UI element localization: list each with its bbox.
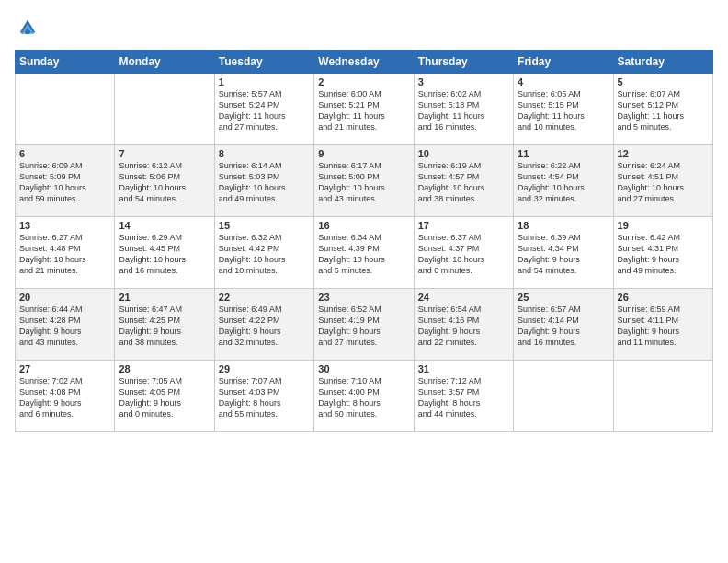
calendar-cell: 27Sunrise: 7:02 AM Sunset: 4:08 PM Dayli… xyxy=(16,361,115,432)
calendar-cell: 28Sunrise: 7:05 AM Sunset: 4:05 PM Dayli… xyxy=(115,361,214,432)
weekday-header-saturday: Saturday xyxy=(613,51,712,74)
calendar-cell: 3Sunrise: 6:02 AM Sunset: 5:18 PM Daylig… xyxy=(414,74,513,145)
day-number: 25 xyxy=(518,292,609,303)
day-number: 8 xyxy=(219,148,310,159)
day-number: 18 xyxy=(518,220,609,231)
day-number: 7 xyxy=(119,148,210,159)
weekday-header-sunday: Sunday xyxy=(16,51,115,74)
day-number: 4 xyxy=(518,76,609,87)
day-number: 24 xyxy=(418,292,509,303)
calendar-cell: 1Sunrise: 5:57 AM Sunset: 5:24 PM Daylig… xyxy=(214,74,313,145)
calendar-cell: 21Sunrise: 6:47 AM Sunset: 4:25 PM Dayli… xyxy=(115,289,214,361)
calendar-cell: 2Sunrise: 6:00 AM Sunset: 5:21 PM Daylig… xyxy=(314,74,414,145)
day-info: Sunrise: 6:05 AM Sunset: 5:15 PM Dayligh… xyxy=(518,88,609,133)
day-number: 10 xyxy=(418,148,509,159)
day-number: 15 xyxy=(219,220,310,231)
day-number: 30 xyxy=(318,363,409,374)
day-number: 3 xyxy=(418,76,509,87)
calendar-header-row: SundayMondayTuesdayWednesdayThursdayFrid… xyxy=(16,51,713,74)
day-number: 31 xyxy=(418,363,509,374)
weekday-header-friday: Friday xyxy=(514,51,613,74)
day-info: Sunrise: 6:02 AM Sunset: 5:18 PM Dayligh… xyxy=(418,88,509,133)
calendar-cell: 25Sunrise: 6:57 AM Sunset: 4:14 PM Dayli… xyxy=(514,289,613,361)
day-info: Sunrise: 6:19 AM Sunset: 4:57 PM Dayligh… xyxy=(418,160,509,205)
calendar-cell xyxy=(16,74,115,145)
day-info: Sunrise: 6:22 AM Sunset: 4:54 PM Dayligh… xyxy=(518,160,609,205)
weekday-header-tuesday: Tuesday xyxy=(214,51,313,74)
day-number: 13 xyxy=(19,220,110,231)
calendar-cell: 5Sunrise: 6:07 AM Sunset: 5:12 PM Daylig… xyxy=(613,74,712,145)
day-info: Sunrise: 6:17 AM Sunset: 5:00 PM Dayligh… xyxy=(318,160,409,205)
day-info: Sunrise: 6:57 AM Sunset: 4:14 PM Dayligh… xyxy=(518,304,609,349)
logo xyxy=(15,15,44,40)
day-number: 17 xyxy=(418,220,509,231)
calendar-cell: 10Sunrise: 6:19 AM Sunset: 4:57 PM Dayli… xyxy=(414,145,513,217)
page-header xyxy=(15,15,713,40)
calendar-cell: 6Sunrise: 6:09 AM Sunset: 5:09 PM Daylig… xyxy=(16,145,115,217)
day-number: 12 xyxy=(618,148,709,159)
day-number: 2 xyxy=(318,76,409,87)
day-number: 9 xyxy=(318,148,409,159)
day-number: 5 xyxy=(618,76,709,87)
calendar-cell: 22Sunrise: 6:49 AM Sunset: 4:22 PM Dayli… xyxy=(214,289,313,361)
calendar-cell: 14Sunrise: 6:29 AM Sunset: 4:45 PM Dayli… xyxy=(115,217,214,289)
calendar-cell: 20Sunrise: 6:44 AM Sunset: 4:28 PM Dayli… xyxy=(16,289,115,361)
day-number: 26 xyxy=(618,292,709,303)
day-number: 28 xyxy=(119,363,210,374)
day-number: 22 xyxy=(219,292,310,303)
day-info: Sunrise: 6:12 AM Sunset: 5:06 PM Dayligh… xyxy=(119,160,210,205)
calendar-cell: 13Sunrise: 6:27 AM Sunset: 4:48 PM Dayli… xyxy=(16,217,115,289)
day-number: 21 xyxy=(119,292,210,303)
calendar-cell: 26Sunrise: 6:59 AM Sunset: 4:11 PM Dayli… xyxy=(613,289,712,361)
calendar-cell: 8Sunrise: 6:14 AM Sunset: 5:03 PM Daylig… xyxy=(214,145,313,217)
weekday-header-monday: Monday xyxy=(115,51,214,74)
day-info: Sunrise: 6:49 AM Sunset: 4:22 PM Dayligh… xyxy=(219,304,310,349)
day-info: Sunrise: 6:59 AM Sunset: 4:11 PM Dayligh… xyxy=(618,304,709,349)
day-info: Sunrise: 6:24 AM Sunset: 4:51 PM Dayligh… xyxy=(618,160,709,205)
calendar-cell: 9Sunrise: 6:17 AM Sunset: 5:00 PM Daylig… xyxy=(314,145,414,217)
calendar-cell: 18Sunrise: 6:39 AM Sunset: 4:34 PM Dayli… xyxy=(514,217,613,289)
day-info: Sunrise: 7:10 AM Sunset: 4:00 PM Dayligh… xyxy=(318,375,409,420)
day-info: Sunrise: 6:32 AM Sunset: 4:42 PM Dayligh… xyxy=(219,232,310,277)
calendar-cell: 30Sunrise: 7:10 AM Sunset: 4:00 PM Dayli… xyxy=(314,361,414,432)
day-number: 23 xyxy=(318,292,409,303)
day-info: Sunrise: 6:52 AM Sunset: 4:19 PM Dayligh… xyxy=(318,304,409,349)
calendar-week-row: 6Sunrise: 6:09 AM Sunset: 5:09 PM Daylig… xyxy=(16,145,713,217)
calendar-cell xyxy=(613,361,712,432)
day-info: Sunrise: 6:29 AM Sunset: 4:45 PM Dayligh… xyxy=(119,232,210,277)
calendar-cell: 4Sunrise: 6:05 AM Sunset: 5:15 PM Daylig… xyxy=(514,74,613,145)
day-info: Sunrise: 7:05 AM Sunset: 4:05 PM Dayligh… xyxy=(119,375,210,420)
calendar-cell: 12Sunrise: 6:24 AM Sunset: 4:51 PM Dayli… xyxy=(613,145,712,217)
day-info: Sunrise: 6:14 AM Sunset: 5:03 PM Dayligh… xyxy=(219,160,310,205)
day-number: 1 xyxy=(219,76,310,87)
day-number: 11 xyxy=(518,148,609,159)
day-number: 16 xyxy=(318,220,409,231)
day-info: Sunrise: 6:00 AM Sunset: 5:21 PM Dayligh… xyxy=(318,88,409,133)
calendar-cell: 23Sunrise: 6:52 AM Sunset: 4:19 PM Dayli… xyxy=(314,289,414,361)
calendar-week-row: 1Sunrise: 5:57 AM Sunset: 5:24 PM Daylig… xyxy=(16,74,713,145)
day-number: 14 xyxy=(119,220,210,231)
day-number: 20 xyxy=(19,292,110,303)
weekday-header-thursday: Thursday xyxy=(414,51,513,74)
day-info: Sunrise: 6:54 AM Sunset: 4:16 PM Dayligh… xyxy=(418,304,509,349)
day-number: 29 xyxy=(219,363,310,374)
day-info: Sunrise: 6:09 AM Sunset: 5:09 PM Dayligh… xyxy=(19,160,110,205)
svg-rect-2 xyxy=(25,31,30,34)
day-info: Sunrise: 7:07 AM Sunset: 4:03 PM Dayligh… xyxy=(219,375,310,420)
day-number: 19 xyxy=(618,220,709,231)
day-info: Sunrise: 7:12 AM Sunset: 3:57 PM Dayligh… xyxy=(418,375,509,420)
day-info: Sunrise: 6:47 AM Sunset: 4:25 PM Dayligh… xyxy=(119,304,210,349)
day-info: Sunrise: 6:37 AM Sunset: 4:37 PM Dayligh… xyxy=(418,232,509,277)
day-info: Sunrise: 6:44 AM Sunset: 4:28 PM Dayligh… xyxy=(19,304,110,349)
day-info: Sunrise: 6:42 AM Sunset: 4:31 PM Dayligh… xyxy=(618,232,709,277)
calendar-cell: 17Sunrise: 6:37 AM Sunset: 4:37 PM Dayli… xyxy=(414,217,513,289)
calendar-cell: 29Sunrise: 7:07 AM Sunset: 4:03 PM Dayli… xyxy=(214,361,313,432)
calendar-cell: 7Sunrise: 6:12 AM Sunset: 5:06 PM Daylig… xyxy=(115,145,214,217)
calendar-cell: 31Sunrise: 7:12 AM Sunset: 3:57 PM Dayli… xyxy=(414,361,513,432)
day-info: Sunrise: 6:39 AM Sunset: 4:34 PM Dayligh… xyxy=(518,232,609,277)
calendar-cell: 16Sunrise: 6:34 AM Sunset: 4:39 PM Dayli… xyxy=(314,217,414,289)
day-info: Sunrise: 5:57 AM Sunset: 5:24 PM Dayligh… xyxy=(219,88,310,133)
calendar-cell: 11Sunrise: 6:22 AM Sunset: 4:54 PM Dayli… xyxy=(514,145,613,217)
day-info: Sunrise: 6:27 AM Sunset: 4:48 PM Dayligh… xyxy=(19,232,110,277)
calendar-week-row: 27Sunrise: 7:02 AM Sunset: 4:08 PM Dayli… xyxy=(16,361,713,432)
